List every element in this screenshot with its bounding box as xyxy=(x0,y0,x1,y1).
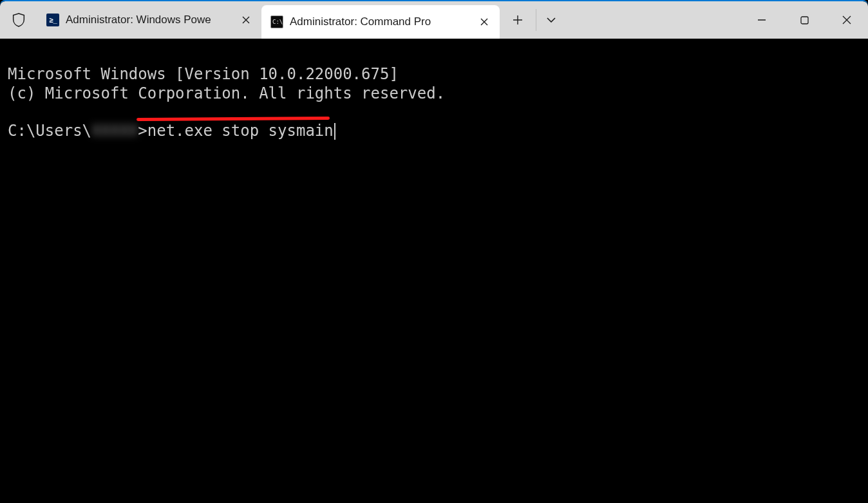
tab-dropdown-button[interactable] xyxy=(536,9,565,31)
tab-title: Administrator: Windows Powe xyxy=(66,14,231,26)
title-bar: ≥_ Administrator: Windows Powe C:\ Admin… xyxy=(0,1,868,39)
tab-close-button[interactable] xyxy=(237,11,255,29)
prompt-line: C:\Users\XXXXX>net.exe stop sysmain xyxy=(8,122,860,140)
maximize-icon xyxy=(800,16,809,24)
shield-icon xyxy=(12,13,25,27)
command-input: net.exe stop sysmain xyxy=(147,122,334,140)
minimize-icon xyxy=(757,15,766,24)
window-controls xyxy=(741,1,868,39)
text-cursor xyxy=(334,123,335,140)
new-tab-button[interactable] xyxy=(500,1,536,39)
close-icon xyxy=(842,15,851,24)
annotation-underline xyxy=(137,117,330,121)
titlebar-drag-area[interactable] xyxy=(565,1,741,39)
close-icon xyxy=(242,16,250,24)
banner-line-2: (c) Microsoft Corporation. All rights re… xyxy=(8,84,445,102)
tab-powershell[interactable]: ≥_ Administrator: Windows Powe xyxy=(37,5,261,35)
prompt-suffix: > xyxy=(138,122,147,140)
powershell-icon: ≥_ xyxy=(46,14,59,26)
tab-cmd[interactable]: C:\ Administrator: Command Pro xyxy=(261,5,500,39)
close-icon xyxy=(480,18,488,26)
terminal-output[interactable]: Microsoft Windows [Version 10.0.22000.67… xyxy=(0,39,868,186)
chevron-down-icon xyxy=(547,17,556,23)
svg-rect-0 xyxy=(801,17,808,24)
tab-title: Administrator: Command Pro xyxy=(290,15,469,28)
maximize-button[interactable] xyxy=(783,1,826,39)
banner-line-1: Microsoft Windows [Version 10.0.22000.67… xyxy=(8,65,399,83)
prompt-prefix: C:\Users\ xyxy=(8,122,91,140)
tab-close-button[interactable] xyxy=(475,13,493,31)
close-window-button[interactable] xyxy=(826,1,868,39)
admin-shield-area xyxy=(0,1,37,39)
prompt-username-redacted: XXXXX xyxy=(91,122,138,140)
cmd-icon: C:\ xyxy=(270,15,283,28)
plus-icon xyxy=(513,15,522,24)
minimize-button[interactable] xyxy=(741,1,783,39)
